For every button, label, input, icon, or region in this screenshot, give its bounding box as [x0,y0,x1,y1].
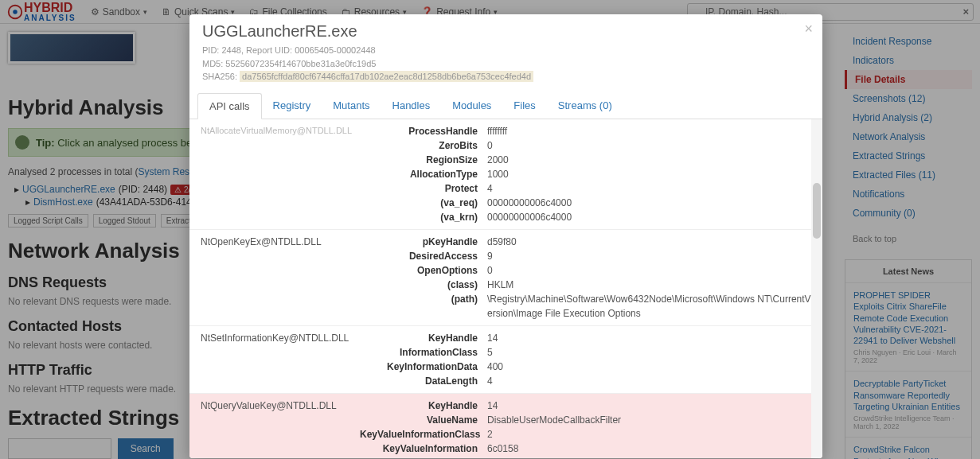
process-detail-modal: × UGGLauncherRE.exe PID: 2448, Report UI… [189,14,822,24]
close-icon[interactable]: × [804,21,813,24]
modal-title: UGGLauncherRE.exe [202,22,810,24]
